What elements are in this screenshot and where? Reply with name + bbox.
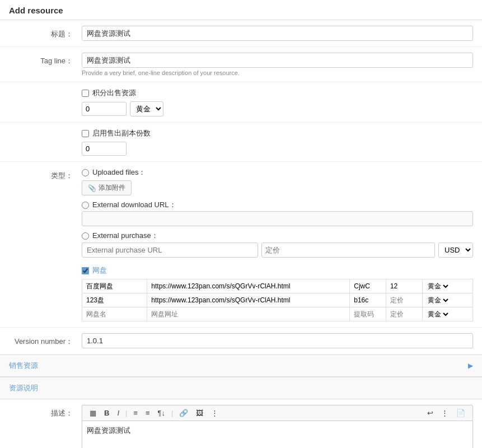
wangpan-price-cell <box>386 279 422 293</box>
toolbar-list-ol-btn[interactable]: ≡ <box>143 408 153 418</box>
purchase-radio-row: External purchase： <box>82 231 473 241</box>
wangpan-name-input[interactable] <box>85 310 144 319</box>
type-content: Uploaded files： 📎 添加附件 External download… <box>82 167 473 321</box>
tagline-hint: Provide a very brief, one-line descripti… <box>82 69 473 76</box>
wangpan-section: 网盘 <box>82 265 473 321</box>
purchase-radio[interactable] <box>82 232 89 240</box>
toolbar-sep1: | <box>125 409 127 417</box>
wangpan-price-cell <box>386 293 422 307</box>
wangpan-url-input[interactable] <box>150 296 347 305</box>
table-row: 黄金 <box>82 307 473 321</box>
wangpan-currency-select[interactable]: 黄金 <box>425 310 450 319</box>
description-section-header[interactable]: 资源说明 <box>0 377 482 399</box>
purchase-currency-select[interactable]: USD <box>438 242 473 258</box>
description-row: 描述： ▦ B I | ≡ ≡ ¶↓ | 🔗 🖼 ⋮ ↩ ⋮ <box>0 399 482 448</box>
tagline-input[interactable] <box>82 53 473 68</box>
version-label: Version number： <box>9 333 82 347</box>
toolbar-link-btn[interactable]: 🔗 <box>176 408 191 418</box>
tagline-label: Tag line： <box>9 53 82 66</box>
toolbar-undo-btn[interactable]: ↩ <box>424 408 436 418</box>
points-currency-select[interactable]: 黄金 <box>130 101 163 116</box>
wangpan-name-input[interactable] <box>85 296 144 305</box>
wangpan-checkbox[interactable] <box>82 267 89 274</box>
external-url-input[interactable] <box>82 211 473 226</box>
attach-button[interactable]: 📎 添加附件 <box>82 180 132 195</box>
tagline-row: Tag line： Provide a very brief, one-line… <box>0 47 482 82</box>
purchase-url-input[interactable] <box>82 242 258 258</box>
wangpan-code-cell <box>350 279 386 293</box>
purchase-price-input[interactable] <box>261 242 436 258</box>
copies-checkbox[interactable] <box>82 130 89 137</box>
wangpan-code-input[interactable] <box>353 296 383 305</box>
editor-area[interactable]: 网盘资源测试 <box>82 421 473 448</box>
title-input[interactable] <box>82 26 473 41</box>
points-row: 积分出售资源 黄金 <box>0 82 482 123</box>
wangpan-price-input[interactable] <box>389 296 419 305</box>
description-label: 描述： <box>9 405 82 418</box>
points-checkbox-row: 积分出售资源 <box>82 88 473 98</box>
wangpan-code-cell <box>350 293 386 307</box>
points-input[interactable] <box>82 102 127 116</box>
copies-spacer <box>9 128 82 132</box>
title-row: 标题： <box>0 20 482 47</box>
toolbar-image-btn[interactable]: 🖼 <box>193 408 206 418</box>
wangpan-currency-select[interactable]: 黄金 <box>425 282 450 291</box>
wangpan-name-input[interactable] <box>85 282 144 291</box>
title-label: 标题： <box>9 26 82 39</box>
type-radio-group: Uploaded files： 📎 添加附件 External download… <box>82 167 473 321</box>
external-radio-row: External download URL： <box>82 200 473 210</box>
uploaded-radio[interactable] <box>82 169 89 176</box>
toolbar-table-btn[interactable]: ▦ <box>87 408 99 418</box>
uploaded-label: Uploaded files： <box>92 167 146 178</box>
toolbar-source-btn[interactable]: 📄 <box>453 408 468 418</box>
wangpan-price-input[interactable] <box>389 310 419 319</box>
version-row: Version number： <box>0 328 482 354</box>
external-radio[interactable] <box>82 202 89 209</box>
wangpan-name-cell <box>82 279 147 293</box>
toolbar-more1-btn[interactable]: ⋮ <box>208 408 221 418</box>
toolbar-bold-btn[interactable]: B <box>101 408 112 418</box>
version-content <box>82 333 473 348</box>
copies-content: 启用售出副本份数 <box>82 128 473 156</box>
wangpan-code-cell <box>350 307 386 321</box>
wangpan-header: 网盘 <box>82 265 473 276</box>
wangpan-currency-select[interactable]: 黄金 <box>425 296 450 305</box>
wangpan-table: 黄金 <box>82 279 473 321</box>
version-input[interactable] <box>82 333 473 348</box>
purchase-label: External purchase： <box>92 231 158 241</box>
wangpan-url-cell <box>147 279 350 293</box>
wangpan-url-input[interactable] <box>150 310 347 319</box>
type-row: 类型： Uploaded files： 📎 添加附件 <box>0 162 482 328</box>
toolbar-italic-btn[interactable]: I <box>114 408 122 418</box>
tagline-content: Provide a very brief, one-line descripti… <box>82 53 473 76</box>
toolbar-more2-btn[interactable]: ⋮ <box>438 408 451 418</box>
wangpan-code-input[interactable] <box>353 310 383 319</box>
page-container: Add resource 标题： Tag line： Provide a ver… <box>0 0 482 448</box>
points-checkbox[interactable] <box>82 90 89 97</box>
toolbar-sep2: | <box>171 409 173 417</box>
description-inner: 描述： ▦ B I | ≡ ≡ ¶↓ | 🔗 🖼 ⋮ ↩ ⋮ <box>9 405 473 448</box>
paperclip-icon: 📎 <box>88 184 96 192</box>
sales-section-header[interactable]: 销售资源 ▶ <box>0 354 482 377</box>
type-external-row: External download URL： <box>82 200 473 226</box>
wangpan-name-cell <box>82 293 147 307</box>
copies-label: 启用售出副本份数 <box>92 128 151 138</box>
title-content <box>82 26 473 41</box>
editor-toolbar: ▦ B I | ≡ ≡ ¶↓ | 🔗 🖼 ⋮ ↩ ⋮ 📄 <box>82 405 473 421</box>
page-title: Add resource <box>0 0 482 20</box>
wangpan-code-input[interactable] <box>353 282 383 291</box>
purchase-inputs: USD <box>82 242 473 258</box>
description-section-label: 资源说明 <box>9 383 38 393</box>
copies-checkbox-row: 启用售出副本份数 <box>82 128 473 138</box>
copies-input[interactable] <box>82 142 127 156</box>
wangpan-url-input[interactable] <box>150 282 347 291</box>
toolbar-list-ul-btn[interactable]: ≡ <box>130 408 141 418</box>
toolbar-indent-btn[interactable]: ¶↓ <box>155 408 168 418</box>
wangpan-name-cell <box>82 307 147 321</box>
copies-row: 启用售出副本份数 <box>0 123 482 162</box>
wangpan-url-cell <box>147 293 350 307</box>
type-purchase-row: External purchase： USD <box>82 231 473 258</box>
wangpan-price-cell <box>386 307 422 321</box>
points-content: 积分出售资源 黄金 <box>82 88 473 116</box>
wangpan-price-input[interactable] <box>389 282 419 291</box>
